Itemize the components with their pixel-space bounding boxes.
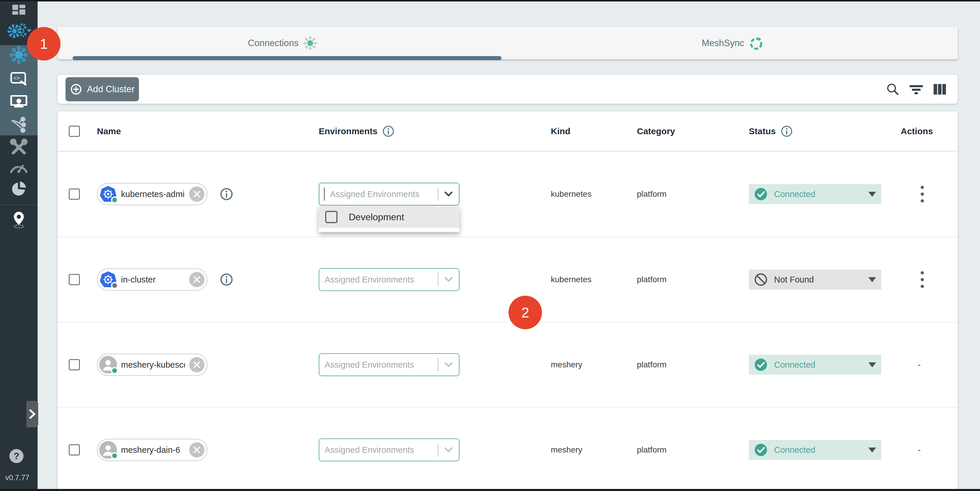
remove-connection-button[interactable] (189, 442, 204, 458)
row-actions-menu-button[interactable] (919, 270, 926, 290)
search-icon[interactable] (886, 83, 899, 96)
row-checkbox[interactable] (69, 359, 80, 370)
app-version: v0.7.77 (5, 474, 29, 482)
close-icon (193, 361, 200, 369)
connection-name-chip[interactable]: meshery-kubescop... (97, 354, 207, 376)
category-cell: platform (637, 360, 667, 369)
lifecycle-gears-icon[interactable] (6, 22, 32, 39)
connection-status-dot (111, 452, 118, 459)
connections-toolbar: Add Cluster (57, 75, 958, 104)
row-checkbox[interactable] (69, 274, 80, 285)
toolbox-wrench-icon[interactable] (10, 138, 28, 157)
remove-connection-button[interactable] (189, 186, 204, 202)
user-avatar (99, 441, 117, 459)
annotation-badge-1: 1 (27, 27, 60, 60)
sidebar-expand-button[interactable] (26, 401, 38, 427)
category-cell: platform (637, 275, 667, 284)
table-row: in-cluster Assigned Environments kuberne… (57, 237, 958, 322)
connection-status-dot (111, 282, 118, 289)
close-icon (193, 446, 200, 454)
adapters-code-icon[interactable]: <> (10, 72, 28, 86)
assigned-environments-select[interactable]: Assigned Environments (319, 183, 460, 205)
workspaces-user-screen-icon[interactable] (10, 94, 28, 109)
chevron-down-icon[interactable] (444, 362, 453, 368)
environments-info-icon[interactable] (382, 125, 395, 137)
chevron-down-icon[interactable] (444, 191, 453, 197)
tab-connections[interactable]: Connections (57, 27, 508, 59)
row-checkbox[interactable] (69, 444, 80, 456)
status-chip-connected[interactable]: Connected (749, 184, 881, 204)
view-columns-icon[interactable] (933, 83, 947, 95)
table-row: meshery-kubescop... Assigned Environment… (57, 322, 958, 407)
kubernetes-avatar (99, 185, 117, 203)
badge-1-number: 1 (40, 36, 48, 52)
status-chip-not-found[interactable]: Not Found (749, 270, 881, 289)
select-divider (438, 358, 438, 372)
option-checkbox[interactable] (325, 211, 337, 223)
kind-cell: meshery (551, 360, 582, 369)
tab-connections-label: Connections (248, 38, 299, 48)
check-circle-icon (754, 188, 768, 201)
header-actions-label: Actions (901, 126, 933, 136)
connection-name-label: in-cluster (121, 275, 185, 284)
status-chip-connected[interactable]: Connected (749, 355, 881, 375)
connection-name-label: meshery-dain-6 (121, 445, 185, 455)
add-cluster-button[interactable]: Add Cluster (65, 77, 139, 101)
help-button[interactable]: ? (10, 449, 24, 463)
connections-nav-icon[interactable] (10, 46, 28, 64)
assigned-environments-select[interactable]: Assigned Environments (319, 353, 460, 376)
row-actions-empty: - (918, 445, 921, 455)
select-all-checkbox[interactable] (69, 126, 80, 137)
location-pin-icon[interactable] (11, 211, 26, 229)
connections-tab-icon (303, 36, 317, 50)
tab-meshsync[interactable]: MeshSync (508, 27, 958, 59)
remove-connection-button[interactable] (189, 272, 204, 287)
performance-speedometer-icon[interactable] (10, 162, 28, 173)
pipeline-flow-icon[interactable] (10, 116, 28, 133)
connection-name-chip[interactable]: kubernetes-admin... (97, 183, 207, 205)
check-circle-icon (754, 358, 768, 372)
connection-info-icon[interactable] (220, 273, 233, 286)
table-row: kubernetes-admin... Assigned Environment… (57, 151, 958, 237)
chevron-down-icon[interactable] (444, 276, 453, 283)
row-checkbox[interactable] (69, 189, 80, 200)
environments-placeholder: Assigned Environments (325, 445, 414, 455)
environments-placeholder: Assigned Environments (325, 275, 414, 284)
status-caret-icon (869, 448, 876, 453)
select-divider (438, 188, 438, 201)
close-icon (193, 190, 200, 198)
column-header-status[interactable]: Status (749, 125, 793, 137)
row-actions-menu-button[interactable] (919, 184, 926, 204)
connection-name-chip[interactable]: in-cluster (97, 269, 207, 291)
status-chip-connected[interactable]: Connected (749, 440, 881, 460)
column-header-category[interactable]: Category (637, 126, 675, 136)
status-label: Connected (774, 445, 815, 455)
status-caret-icon (869, 362, 876, 367)
status-info-icon[interactable] (781, 125, 793, 137)
environments-placeholder: Assigned Environments (330, 189, 420, 199)
connection-name-label: meshery-kubescop... (121, 360, 185, 370)
filter-icon[interactable] (909, 83, 924, 95)
status-label: Not Found (774, 275, 814, 284)
add-cluster-label: Add Cluster (87, 84, 135, 95)
tab-meshsync-label: MeshSync (702, 38, 745, 48)
assigned-environments-select[interactable]: Assigned Environments (319, 268, 460, 291)
assigned-environments-select[interactable]: Assigned Environments (319, 439, 460, 461)
status-caret-icon (869, 192, 876, 197)
chevron-down-icon[interactable] (444, 447, 453, 453)
column-header-kind[interactable]: Kind (551, 126, 571, 136)
window-top-edge (0, 0, 980, 2)
column-header-name[interactable]: Name (97, 126, 121, 136)
top-tabbar: Connections MeshSync (57, 27, 958, 59)
window-bottom-edge (0, 489, 980, 491)
dashboard-icon[interactable] (11, 3, 26, 18)
badge-2-number: 2 (522, 305, 529, 321)
category-cell: platform (637, 445, 667, 454)
connection-name-chip[interactable]: meshery-dain-6 (97, 439, 207, 461)
connection-name-label: kubernetes-admin... (121, 189, 185, 199)
remove-connection-button[interactable] (189, 357, 204, 372)
column-header-environments[interactable]: Environments (319, 125, 395, 137)
environment-option-development[interactable]: Development (319, 206, 460, 228)
extensions-pie-icon[interactable] (10, 180, 27, 197)
connection-info-icon[interactable] (220, 188, 233, 201)
